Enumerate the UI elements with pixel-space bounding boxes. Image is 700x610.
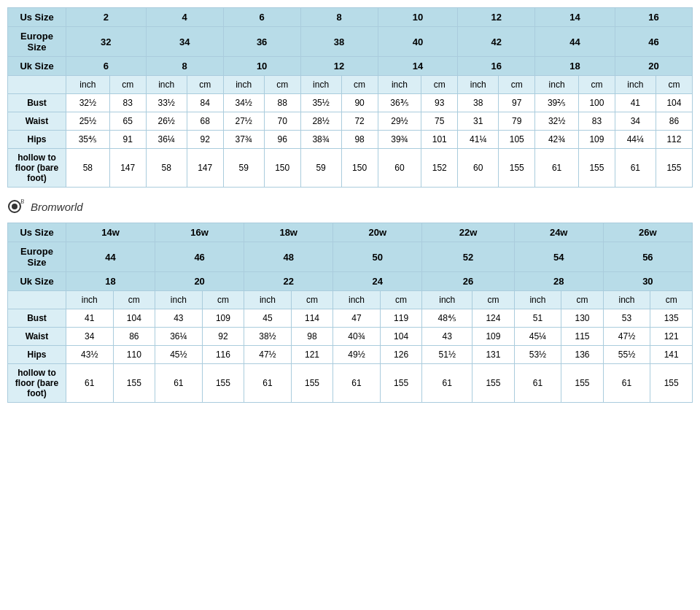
unit-inch-6: inch [458,76,499,94]
logo-area: B Bromworld [7,196,693,217]
unit-inch-4: inch [300,76,341,94]
unit-cm-5: cm [421,76,458,94]
unit-row-1: inch cm inch cm inch cm inch cm inch cm … [8,76,693,94]
us-size-label-2: Us Size [8,223,66,242]
unit-cm-6: cm [499,76,535,94]
unit-inch-3: inch [223,76,264,94]
unit-row-2: inch cm inch cm inch cm inch cm inch cm … [8,291,693,309]
us-size-2: 2 [66,8,147,27]
us-size-row: Us Size 2 4 6 8 10 12 14 16 [8,8,693,27]
hollow-floor-row-2: hollow to floor (bare foot) 61 155 61 15… [8,364,693,403]
us-size-label: Us Size [8,8,66,27]
us-size-16: 16 [615,8,692,27]
us-size-4: 4 [146,8,223,27]
unit-cm-1: cm [109,76,146,94]
svg-text:B: B [20,198,24,205]
hips-row-2: Hips 43½ 110 45½ 116 47½ 121 49½ 126 51½… [8,346,693,364]
us-size-6: 6 [223,8,300,27]
logo-icon: B [7,196,28,217]
uk-size-label: Uk Size [8,57,66,76]
unit-inch-2: inch [146,76,187,94]
hollow-floor-row-1: hollow to floor (bare foot) 58 147 58 14… [8,149,693,188]
unit-inch-1: inch [66,76,110,94]
unit-inch-5: inch [378,76,421,94]
bust-row-2: Bust 41 104 43 109 45 114 47 119 48⅘ 124… [8,309,693,328]
us-size-12: 12 [458,8,535,27]
waist-row-2: Waist 34 86 36¼ 92 38½ 98 40¾ 104 43 109… [8,328,693,346]
bust-row-1: Bust 32½ 83 33½ 84 34½ 88 35½ 90 36⅗ 93 … [8,94,693,112]
us-size-8: 8 [300,8,378,27]
europe-size-row-2: Europe Size 44 46 48 50 52 54 56 [8,242,693,272]
hips-row-1: Hips 35⅘ 91 36¼ 92 37¾ 96 38¾ 98 39¾ 101… [8,131,693,149]
bust-label-2: Bust [8,309,66,328]
hips-label-1: Hips [8,131,66,149]
unit-cm-7: cm [578,76,615,94]
plus-size-table: Us Size 14w 16w 18w 20w 22w 24w 26w Euro… [7,223,693,403]
hollow-floor-label-2: hollow to floor (bare foot) [8,364,66,403]
hollow-floor-label-1: hollow to floor (bare foot) [8,149,66,188]
waist-label-2: Waist [8,328,66,346]
waist-row-1: Waist 25½ 65 26½ 68 27½ 70 28½ 72 29½ 75… [8,112,693,131]
us-size-row-2: Us Size 14w 16w 18w 20w 22w 24w 26w [8,223,693,242]
uk-size-label-2: Uk Size [8,272,66,291]
europe-size-label-2: Europe Size [8,242,66,272]
uk-size-row-2: Uk Size 18 20 22 24 26 28 30 [8,272,693,291]
us-size-14: 14 [535,8,615,27]
europe-size-row: Europe Size 32 34 36 38 40 42 44 46 [8,27,693,57]
unit-inch-7: inch [535,76,579,94]
bust-label-1: Bust [8,94,66,112]
hips-label-2: Hips [8,346,66,364]
logo-text: Bromworld [31,201,83,213]
waist-label-1: Waist [8,112,66,131]
unit-cm-2: cm [187,76,223,94]
unit-inch-8: inch [615,76,656,94]
standard-size-table: Us Size 2 4 6 8 10 12 14 16 Europe Size … [7,7,693,188]
europe-size-label: Europe Size [8,27,66,57]
unit-cm-8: cm [656,76,692,94]
svg-point-1 [12,204,18,209]
us-size-10: 10 [378,8,458,27]
uk-size-row: Uk Size 6 8 10 12 14 16 18 20 [8,57,693,76]
unit-cm-3: cm [264,76,300,94]
unit-cm-4: cm [341,76,378,94]
